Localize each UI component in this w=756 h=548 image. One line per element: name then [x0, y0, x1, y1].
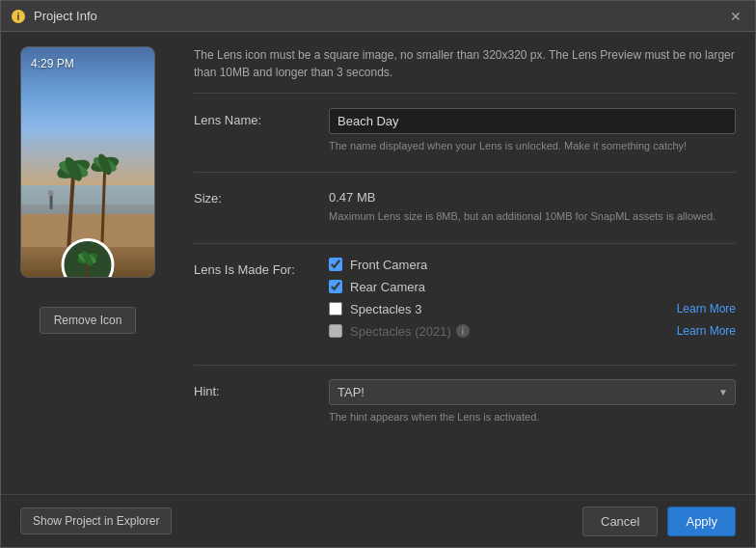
svg-text:i: i — [17, 12, 20, 22]
svg-point-14 — [48, 190, 54, 196]
window-title: Project Info — [34, 9, 726, 23]
hint-description: The hint appears when the Lens is activa… — [329, 410, 736, 425]
lens-name-row: Lens Name: The name displayed when your … — [194, 108, 736, 153]
learn-more-spectacles2021-link[interactable]: Learn More — [677, 324, 736, 338]
close-button[interactable]: ✕ — [726, 7, 745, 26]
apply-button[interactable]: Apply — [667, 507, 736, 536]
svg-rect-4 — [21, 205, 154, 214]
spectacles2021-label: Spectacles (2021) — [350, 324, 451, 339]
front-camera-checkbox[interactable] — [329, 258, 342, 271]
lens-made-for-row: Lens Is Made For: Front Camera Rear Came… — [194, 258, 736, 346]
spectacles2021-checkbox[interactable] — [329, 324, 342, 338]
size-content: 0.47 MB Maximum Lens size is 8MB, but an… — [329, 186, 736, 224]
divider-3 — [194, 365, 736, 366]
lens-made-for-label: Lens Is Made For: — [194, 258, 329, 277]
lens-name-input[interactable] — [329, 108, 736, 134]
spectacles2021-info-icon[interactable]: i — [456, 324, 470, 338]
bottom-bar: Show Project in Explorer Cancel Apply — [1, 494, 755, 547]
title-bar: i Project Info ✕ — [1, 1, 755, 32]
hint-label: Hint: — [194, 379, 329, 398]
rear-camera-checkbox[interactable] — [329, 280, 342, 293]
front-camera-row: Front Camera — [329, 258, 736, 272]
divider-1 — [194, 172, 736, 173]
hint-select-wrapper: TAP! SMILE! RAISE EYEBROWS KISS OPEN MOU… — [329, 379, 736, 405]
hint-content: TAP! SMILE! RAISE EYEBROWS KISS OPEN MOU… — [329, 379, 736, 425]
lens-made-for-content: Front Camera Rear Camera Spectacles 3 Le… — [329, 258, 736, 346]
lens-name-content: The name displayed when your Lens is unl… — [329, 108, 736, 153]
spectacles3-checkbox[interactable] — [329, 302, 342, 315]
trees-decoration — [21, 132, 154, 248]
left-panel: 4:29 PM — [1, 32, 175, 494]
lens-name-label: Lens Name: — [194, 108, 329, 127]
remove-icon-button[interactable]: Remove Icon — [40, 307, 137, 334]
main-content: 4:29 PM — [1, 32, 755, 494]
rear-camera-row: Rear Camera — [329, 280, 736, 294]
svg-rect-13 — [50, 195, 53, 209]
window-icon: i — [11, 9, 26, 24]
left-actions: Remove Icon — [40, 278, 137, 480]
divider-2 — [194, 243, 736, 244]
rear-camera-label: Rear Camera — [350, 280, 425, 294]
right-panel: The Lens icon must be a square image, no… — [175, 32, 755, 494]
hint-select[interactable]: TAP! SMILE! RAISE EYEBROWS KISS OPEN MOU… — [329, 379, 736, 405]
size-label: Size: — [194, 186, 329, 206]
learn-more-spectacles3-link[interactable]: Learn More — [677, 302, 736, 315]
preview-time: 4:29 PM — [31, 57, 74, 70]
size-value: 0.47 MB — [329, 186, 736, 205]
front-camera-label: Front Camera — [350, 258, 427, 272]
lens-preview: 4:29 PM — [20, 46, 155, 278]
lens-name-hint: The name displayed when your Lens is unl… — [329, 139, 736, 153]
header-info-text: The Lens icon must be a square image, no… — [194, 46, 736, 94]
size-row: Size: 0.47 MB Maximum Lens size is 8MB, … — [194, 186, 736, 224]
size-hint: Maximum Lens size is 8MB, but an additio… — [329, 209, 736, 224]
show-explorer-button[interactable]: Show Project in Explorer — [20, 507, 172, 534]
spectacles3-label: Spectacles 3 — [350, 302, 421, 316]
hint-row: Hint: TAP! SMILE! RAISE EYEBROWS KISS OP… — [194, 379, 736, 425]
spectacles3-row: Spectacles 3 Learn More — [329, 302, 736, 316]
spectacles2021-row: Spectacles (2021) i Learn More — [329, 324, 736, 339]
project-info-window: i Project Info ✕ 4:29 PM — [0, 0, 756, 548]
cancel-button[interactable]: Cancel — [582, 507, 658, 536]
bottom-right-actions: Cancel Apply — [582, 507, 736, 536]
